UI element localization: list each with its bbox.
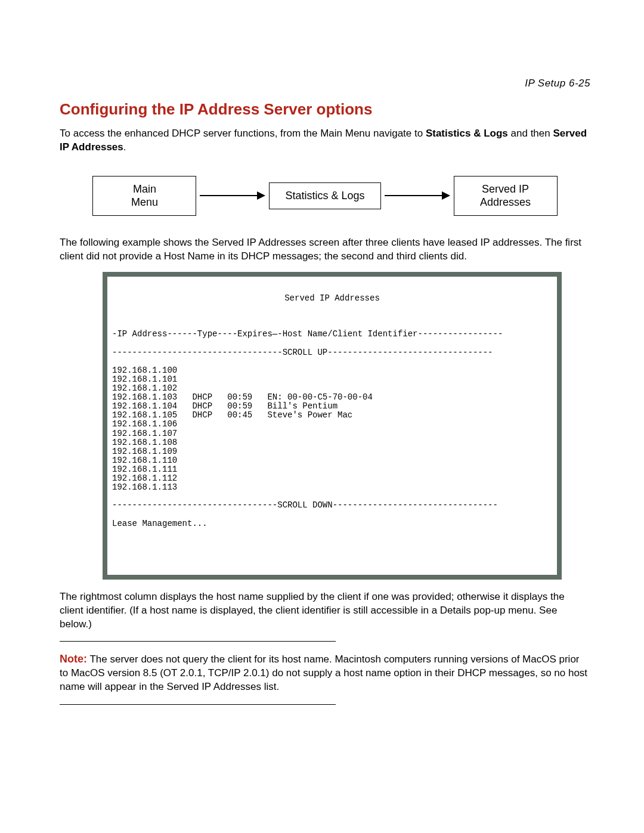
- terminal-scroll-up: ----------------------------------SCROLL…: [112, 348, 552, 357]
- note-body-text: The server does not query the client for…: [60, 654, 587, 692]
- note-label: Note:: [60, 653, 87, 665]
- breadcrumb-diagram: Main Menu Statistics & Logs Served IP Ad…: [60, 176, 590, 216]
- terminal-row: 192.168.1.109: [112, 447, 552, 456]
- note-paragraph: Note: The server does not query the clie…: [60, 652, 590, 694]
- arrow-icon: [385, 193, 450, 199]
- terminal-footer: Lease Management...: [112, 519, 552, 528]
- intro-text-pre: To access the enhanced DHCP server funct…: [60, 128, 426, 139]
- terminal-content: Served IP Addresses -IP Address------Typ…: [107, 277, 557, 575]
- breadcrumb-box1-line1: Main: [109, 182, 180, 196]
- terminal-row: 192.168.1.113: [112, 483, 552, 492]
- breadcrumb-box1-line2: Menu: [109, 196, 180, 209]
- note-rule-bottom: [60, 704, 336, 705]
- breadcrumb-box2-label: Statistics & Logs: [285, 190, 364, 202]
- breadcrumb-box-served-ip: Served IP Addresses: [454, 176, 558, 216]
- rightmost-paragraph: The rightmost column displays the host n…: [60, 590, 590, 631]
- note-rule-top: [60, 641, 336, 642]
- breadcrumb-box-main-menu: Main Menu: [92, 176, 196, 216]
- terminal-window: Served IP Addresses -IP Address------Typ…: [103, 272, 562, 580]
- terminal-scroll-down: ---------------------------------SCROLL …: [112, 501, 552, 510]
- section-title: Configuring the IP Address Server option…: [60, 100, 590, 119]
- terminal-row: 192.168.1.102: [112, 384, 552, 393]
- intro-text-mid: and then: [508, 128, 553, 139]
- intro-text-post: .: [123, 141, 126, 153]
- terminal-row: 192.168.1.104 DHCP 00:59 Bill's Pentium: [112, 402, 552, 411]
- terminal-row: 192.168.1.112: [112, 474, 552, 483]
- terminal-row: 192.168.1.111: [112, 465, 552, 474]
- terminal-row: 192.168.1.105 DHCP 00:45 Steve's Power M…: [112, 411, 552, 420]
- arrow-icon: [200, 193, 265, 199]
- terminal-blank: [112, 312, 552, 321]
- terminal-column-header: -IP Address------Type----Expires—-Host N…: [112, 330, 552, 339]
- terminal-row: 192.168.1.100: [112, 366, 552, 375]
- terminal-rows: 192.168.1.100192.168.1.101192.168.1.1021…: [112, 366, 552, 493]
- terminal-row: 192.168.1.103 DHCP 00:59 EN: 00-00-C5-70…: [112, 393, 552, 402]
- terminal-title: Served IP Addresses: [112, 294, 552, 303]
- intro-bold-stats: Statistics & Logs: [426, 128, 508, 139]
- terminal-row: 192.168.1.106: [112, 420, 552, 429]
- terminal-row: 192.168.1.107: [112, 429, 552, 438]
- running-head: IP Setup 6-25: [60, 78, 590, 89]
- terminal-row: 192.168.1.110: [112, 456, 552, 465]
- breadcrumb-box3-line2: Addresses: [470, 196, 541, 209]
- terminal-row: 192.168.1.108: [112, 438, 552, 447]
- breadcrumb-box3-line1: Served IP: [470, 182, 541, 196]
- terminal-row: 192.168.1.101: [112, 375, 552, 384]
- page: IP Setup 6-25 Configuring the IP Address…: [0, 0, 644, 741]
- intro-paragraph: To access the enhanced DHCP server funct…: [60, 127, 590, 154]
- breadcrumb-box-stats-logs: Statistics & Logs: [269, 182, 380, 209]
- example-paragraph: The following example shows the Served I…: [60, 236, 590, 264]
